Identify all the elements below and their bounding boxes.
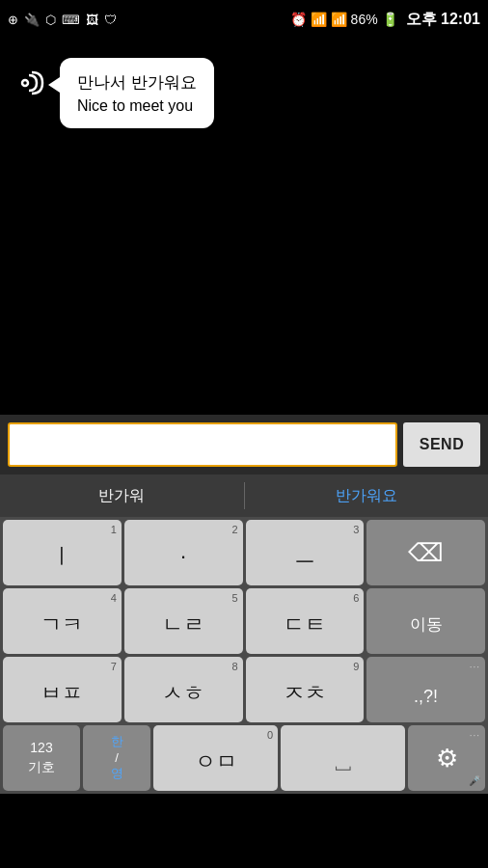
gear-icon: ⚙: [436, 744, 458, 773]
svg-point-0: [22, 80, 28, 86]
key-lang-switch[interactable]: 한/영: [83, 725, 150, 791]
keyboard: 1 ㅣ 2 · 3 ㅡ ⌫ 4 ㄱㅋ 5 ㄴㄹ 6 ㄷㅌ: [0, 517, 488, 794]
usb-icon: 🔌: [24, 13, 40, 27]
key-ㄱㅋ[interactable]: 4 ㄱㅋ: [3, 588, 122, 654]
add-icon: ⊕: [8, 13, 18, 27]
speech-bubble: 만나서 반가워요 Nice to meet you: [60, 58, 214, 128]
alarm-icon: ⏰: [290, 12, 307, 27]
autocomplete-item-1[interactable]: 반가워: [0, 475, 244, 517]
status-bar: ⊕ 🔌 ⬡ ⌨ 🖼 🛡 ⏰ 📶 📶 86% 🔋 오후 12:01: [0, 0, 488, 39]
autocomplete-item-2[interactable]: 반가워요: [245, 475, 489, 517]
backspace-icon: ⌫: [408, 538, 444, 568]
key-move[interactable]: 이동: [366, 588, 485, 654]
send-button[interactable]: SEND: [403, 422, 480, 467]
main-area: 만나서 반가워요 Nice to meet you: [0, 39, 488, 415]
key-punct[interactable]: ··· .,?!: [366, 657, 485, 722]
mic-hint: 🎤: [469, 775, 480, 786]
key-ㅅㅎ[interactable]: 8 ㅅㅎ: [124, 657, 243, 722]
text-input[interactable]: [8, 422, 397, 467]
keyboard-row-2: 4 ㄱㅋ 5 ㄴㄹ 6 ㄷㅌ 이동: [3, 588, 485, 654]
input-area: SEND: [0, 415, 488, 475]
key-dot[interactable]: 2 ·: [124, 520, 243, 585]
keyboard-row-3: 7 ㅂㅍ 8 ㅅㅎ 9 ㅈㅊ ··· .,?!: [3, 657, 485, 722]
keyboard-row-1: 1 ㅣ 2 · 3 ㅡ ⌫: [3, 520, 485, 585]
key-ㄷㅌ[interactable]: 6 ㄷㅌ: [246, 588, 365, 654]
wifi-icon: 📶: [311, 12, 327, 27]
english-text: Nice to meet you: [77, 97, 197, 115]
battery-icon: 🔋: [382, 12, 398, 27]
key-ㅈㅊ[interactable]: 9 ㅈㅊ: [246, 657, 365, 722]
dots-hint: ···: [470, 662, 480, 672]
key-settings[interactable]: ··· ⚙ 🎤: [408, 725, 485, 791]
key-ㅡ[interactable]: 3 ㅡ: [246, 520, 365, 585]
status-icons-right: ⏰ 📶 📶 86% 🔋 오후 12:01: [290, 10, 480, 30]
key-backspace[interactable]: ⌫: [366, 520, 485, 585]
key-space[interactable]: ⎵: [281, 725, 405, 791]
battery-percent: 86%: [351, 12, 378, 27]
keyboard-icon: ⌨: [62, 13, 80, 27]
korean-text: 만나서 반가워요: [77, 71, 197, 94]
dots-hint-gear: ···: [470, 730, 480, 741]
image-icon: 🖼: [86, 13, 98, 27]
key-ㅣ[interactable]: 1 ㅣ: [3, 520, 122, 585]
signal-icon: 📶: [331, 12, 347, 27]
key-ㅇㅁ[interactable]: 0 ㅇㅁ: [153, 725, 278, 791]
autocomplete-bar: 반가워 반가워요: [0, 475, 488, 517]
speaker-icon: [15, 66, 50, 107]
key-123-symbol[interactable]: 123기호: [3, 725, 80, 791]
accessibility-icon: ⬡: [45, 13, 56, 27]
key-ㄴㄹ[interactable]: 5 ㄴㄹ: [124, 588, 243, 654]
status-time: 오후 12:01: [406, 10, 480, 30]
shield-icon: 🛡: [104, 13, 117, 27]
key-ㅂㅍ[interactable]: 7 ㅂㅍ: [3, 657, 122, 722]
keyboard-row-4: 123기호 한/영 0 ㅇㅁ ⎵ ··· ⚙ 🎤: [3, 725, 485, 791]
status-icons-left: ⊕ 🔌 ⬡ ⌨ 🖼 🛡: [8, 13, 117, 27]
